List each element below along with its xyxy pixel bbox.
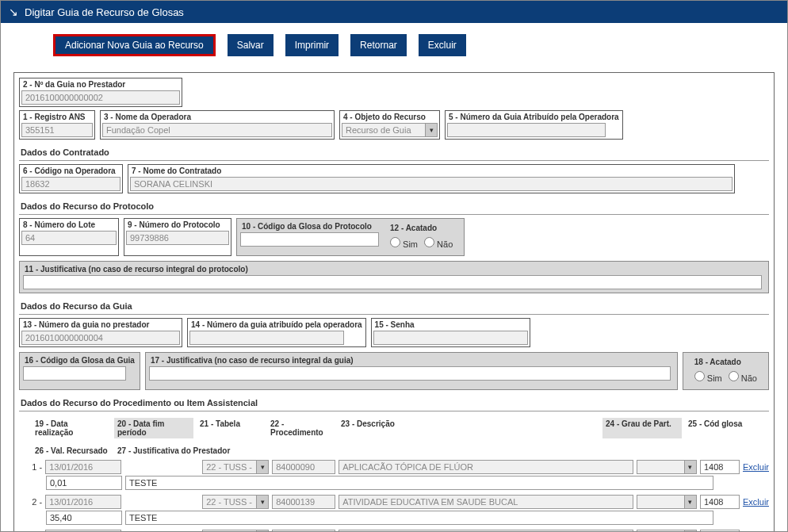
field-15: 15 - Senha <box>371 318 530 347</box>
field-15-input[interactable] <box>373 331 528 345</box>
field-8: 8 - Número do Lote <box>19 218 119 256</box>
field-6-label: 6 - Código na Operadora <box>20 165 122 177</box>
print-button[interactable]: Imprimir <box>285 34 339 56</box>
val-recursado-input[interactable] <box>46 511 122 525</box>
field-17-label: 17 - Justificativa (no caso de recurso i… <box>147 354 675 366</box>
field-9: 9 - Número do Protocolo <box>124 218 231 256</box>
cod-glosa-input[interactable] <box>700 460 740 474</box>
section-contratado: Dados do Contratado <box>19 144 769 161</box>
add-guide-button[interactable]: Adicionar Nova Guia ao Recurso <box>53 34 216 56</box>
chevron-down-icon[interactable]: ▾ <box>425 123 438 137</box>
field-16-label: 16 - Código da Glosa da Guia <box>21 354 138 366</box>
tabela-select[interactable] <box>202 460 256 474</box>
field-11-panel: 11 - Justificativa (no caso de recurso i… <box>19 261 769 293</box>
field-12-label: 12 - Acatado <box>387 222 456 234</box>
val-recursado-input[interactable] <box>46 476 122 490</box>
descricao-input[interactable] <box>339 460 633 474</box>
tabela-select[interactable] <box>202 495 256 509</box>
field-4-input[interactable] <box>342 123 425 137</box>
field-11-input[interactable] <box>23 275 762 289</box>
chevron-down-icon[interactable]: ▾ <box>684 495 697 509</box>
field-5-input[interactable] <box>447 123 606 137</box>
toolbar: Adicionar Nova Guia ao Recurso Salvar Im… <box>13 34 775 56</box>
justificativa-input[interactable] <box>125 511 713 525</box>
field-17-input[interactable] <box>149 366 671 381</box>
field-3-input[interactable] <box>102 123 332 137</box>
section-protocolo: Dados do Recurso do Protocolo <box>19 198 769 215</box>
justificativa-input[interactable] <box>125 476 713 490</box>
field-7: 7 - Nome do Contratado <box>128 164 735 193</box>
page-title: Digitar Guia de Recurso de Glosas <box>25 6 184 18</box>
field-11-label: 11 - Justificativa (no caso de recurso i… <box>21 263 767 275</box>
excluir-link[interactable]: Excluir <box>743 497 769 507</box>
field-10-input[interactable] <box>240 232 379 247</box>
excluir-link[interactable]: Excluir <box>743 462 769 472</box>
descricao-input[interactable] <box>339 495 633 509</box>
field-6-input[interactable] <box>21 177 120 191</box>
col-25: 25 - Cód glosa <box>685 418 748 438</box>
chevron-down-icon[interactable]: ▾ <box>684 460 697 474</box>
field-4-label: 4 - Objeto do Recurso <box>340 111 439 123</box>
field-1-label: 1 - Registro ANS <box>20 111 94 123</box>
field-5-label: 5 - Número da Guia Atribuído pela Operad… <box>446 111 622 123</box>
chevron-down-icon[interactable]: ▾ <box>256 460 269 474</box>
field-3: 3 - Nome da Operadora <box>100 110 335 140</box>
field-2: 2 - Nº da Guia no Prestador <box>19 78 182 107</box>
field-17: 17 - Justificativa (no caso de recurso i… <box>147 354 675 382</box>
return-button[interactable]: Retornar <box>350 34 407 56</box>
field-2-label: 2 - Nº da Guia no Prestador <box>20 78 182 90</box>
field-3-label: 3 - Nome da Operadora <box>101 111 334 123</box>
field-13-label: 13 - Número da guia no prestador <box>20 319 182 331</box>
field-16-input[interactable] <box>23 366 126 381</box>
delete-button[interactable]: Excluir <box>419 34 466 56</box>
radio-sim-18[interactable]: Sim <box>694 371 722 383</box>
col-20: 20 - Data fim período <box>114 418 193 438</box>
field-13-input[interactable] <box>21 331 180 345</box>
field-5: 5 - Número da Guia Atribuído pela Operad… <box>445 110 623 140</box>
data-realizacao-input[interactable] <box>45 495 121 509</box>
arrow-down-left-icon: ↘ <box>9 6 18 18</box>
grau-part-select[interactable] <box>637 460 684 474</box>
data-realizacao-input[interactable] <box>45 460 121 474</box>
field-2-input[interactable] <box>21 90 180 105</box>
radio-sim[interactable]: Sim <box>390 237 418 249</box>
field-11: 11 - Justificativa (no caso de recurso i… <box>21 263 767 291</box>
field-1-input[interactable] <box>21 123 93 137</box>
field-1: 1 - Registro ANS <box>19 110 95 140</box>
procedimento-input[interactable] <box>272 460 335 474</box>
radio-nao[interactable]: Não <box>424 237 453 249</box>
field-7-label: 7 - Nome do Contratado <box>128 165 734 177</box>
row-number: 1 - <box>32 462 42 472</box>
columns-header-row1: 19 - Data realização 20 - Data fim perío… <box>32 415 769 442</box>
field-14-label: 14 - Número da guia atribuído pela opera… <box>188 319 365 331</box>
field-7-input[interactable] <box>130 177 733 191</box>
field-16: 16 - Código da Glosa da Guia <box>21 354 138 382</box>
col-21: 21 - Tabela <box>197 418 264 438</box>
field-15-label: 15 - Senha <box>372 319 530 331</box>
field-18-label: 18 - Acatado <box>691 356 760 368</box>
save-button[interactable]: Salvar <box>228 34 274 56</box>
field-13: 13 - Número da guia no prestador <box>19 318 182 347</box>
col-26: 26 - Val. Recursado <box>32 445 111 457</box>
field-9-label: 9 - Número do Protocolo <box>124 219 231 231</box>
section-guia: Dados do Recurso da Guia <box>19 298 769 315</box>
col-24: 24 - Grau de Part. <box>602 418 682 438</box>
radio-nao-18[interactable]: Não <box>729 371 757 383</box>
field-8-label: 8 - Número do Lote <box>20 219 118 231</box>
section-procedimento: Dados do Recurso do Procedimento ou Item… <box>19 395 769 411</box>
field-12: 12 - Acatado Sim Não <box>381 220 462 254</box>
grau-part-select[interactable] <box>637 495 684 509</box>
col-23: 23 - Descrição <box>338 418 599 438</box>
field-14-input[interactable] <box>189 331 344 345</box>
col-27: 27 - Justificativa do Prestador <box>114 445 352 457</box>
field-9-input[interactable] <box>126 231 229 245</box>
field-8-input[interactable] <box>21 231 117 245</box>
col-19: 19 - Data realização <box>32 418 111 438</box>
cod-glosa-input[interactable] <box>700 495 740 509</box>
columns-header-row2: 26 - Val. Recursado 27 - Justificativa d… <box>32 442 769 460</box>
procedimento-input[interactable] <box>272 495 335 509</box>
field-10-label: 10 - Código da Glosa do Protocolo <box>239 220 381 232</box>
form-panel: 2 - Nº da Guia no Prestador 1 - Registro… <box>13 72 775 532</box>
chevron-down-icon[interactable]: ▾ <box>256 495 269 509</box>
procedure-row: 1 - ▾ ▾ Excluir <box>32 460 769 490</box>
